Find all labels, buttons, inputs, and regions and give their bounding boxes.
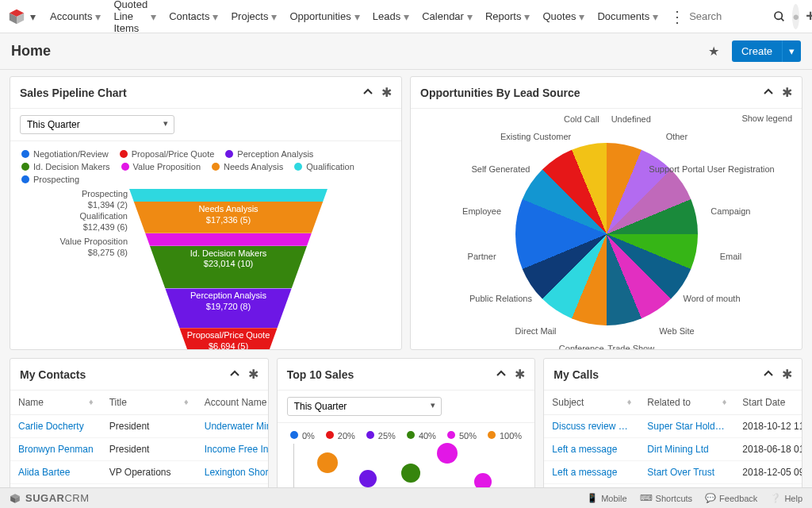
caret-down-icon: ▾ [524,10,530,23]
legend-item[interactable]: Value Proposition [121,162,201,171]
caret-down-icon: ▾ [653,10,658,23]
nav-item-label: Projects [231,10,268,22]
footer-brand: SUGARCRM [10,492,90,498]
table-row[interactable]: Discuss review processSuper Star Holding… [544,415,802,438]
search-icon[interactable] [767,4,792,29]
panel-settings-icon[interactable]: ✱ [782,85,792,100]
notifications-icon[interactable]: ● [792,4,799,29]
panel-title: My Contacts [20,368,221,381]
footer-link-help[interactable]: ❔Help [770,493,802,498]
legend-item[interactable]: Qualification [294,162,354,171]
funnel-segment[interactable]: Proposal/Price Quote$6,694 (5) [129,328,327,350]
nav-item-contacts[interactable]: Contacts▾ [163,0,224,33]
legend-item[interactable]: Needs Analysis [212,162,283,171]
nav-items: Accounts▾Quoted Line Items▾Contacts▾Proj… [44,0,665,33]
panel-settings-icon[interactable]: ✱ [782,367,792,382]
shortcuts-icon: ⌨ [640,493,653,498]
table-row[interactable]: Left a messageStart Over Trust2018-12-05… [544,461,802,484]
nav-item-reports[interactable]: Reports▾ [479,0,537,33]
call-related[interactable]: Super Star Holdings I... [639,415,734,438]
panel-title: Sales Pipeline Chart [20,87,354,99]
search-input[interactable] [689,7,760,25]
panel-settings-icon[interactable]: ✱ [381,85,392,100]
footer-link-shortcuts[interactable]: ⌨Shortcuts [640,493,692,498]
table-row[interactable]: Left a messageDirt Mining Ltd2018-06-18 … [544,438,802,461]
table-row[interactable]: Bronwyn PenmanPresidentIncome Free Inves… [10,438,269,461]
panel-my-calls: My Calls ✱ Subject♦Related to♦Start Date… [543,358,802,491]
call-subject[interactable]: Discuss review process [544,415,639,438]
nav-overflow-icon[interactable]: ⋮ [665,7,689,26]
table-header[interactable]: Title♦ [102,391,197,415]
table-header[interactable]: Subject♦ [544,391,639,415]
footer-link-feedback[interactable]: 💬Feedback [705,493,757,498]
panel-collapse-icon[interactable] [229,368,240,382]
legend-item[interactable]: Perception Analysis [225,149,313,159]
legend-item[interactable]: Proposal/Price Quote [120,149,215,159]
svg-line-4 [781,18,783,21]
legend-swatch-icon [21,175,29,183]
create-button[interactable]: Create [732,40,782,62]
table-row[interactable]: Alida BarteeVP OperationsLexington Shore… [10,461,269,484]
nav-item-label: Contacts [169,10,209,22]
funnel-segment[interactable]: Needs Analysis$17,336 (5) [129,202,327,233]
panel-collapse-icon[interactable] [763,86,774,100]
panel-collapse-icon[interactable] [496,368,507,382]
favorite-star-icon[interactable]: ★ [708,44,719,59]
caret-down-icon: ▾ [467,10,473,23]
contact-name[interactable]: Bronwyn Penman [10,438,102,461]
call-subject[interactable]: Left a message [544,438,639,461]
nav-item-quotes[interactable]: Quotes▾ [536,0,591,33]
brand-cube-icon [10,493,21,498]
nav-item-documents[interactable]: Documents▾ [591,0,665,33]
legend-item: 50% [447,431,477,441]
call-subject[interactable]: Left a message [544,461,639,484]
table-header[interactable]: Related to♦ [639,391,734,415]
contact-name[interactable]: Carlie Docherty [10,415,102,438]
legend-item: 0% [290,431,315,441]
call-related[interactable]: Start Over Trust [639,461,734,484]
nav-item-opportunities[interactable]: Opportunities▾ [283,0,366,33]
panel-settings-icon[interactable]: ✱ [248,367,259,382]
funnel-segment[interactable] [129,233,327,246]
legend-item[interactable]: Id. Decision Makers [21,162,110,171]
table-header[interactable]: Start Date♦ [734,391,802,415]
show-legend-link[interactable]: Show legend [741,114,792,123]
table-header[interactable]: Account Name♦ [197,391,269,415]
nav-item-calendar[interactable]: Calendar▾ [416,0,479,33]
quick-create-icon[interactable]: + [806,4,812,29]
bubble-point[interactable] [317,452,338,473]
nav-item-quoted-line-items[interactable]: Quoted Line Items▾ [107,0,163,33]
pipeline-period-select[interactable] [20,115,174,134]
panel-settings-icon[interactable]: ✱ [515,367,525,382]
call-related[interactable]: Dirt Mining Ltd [639,438,734,461]
table-header[interactable]: Name♦ [10,391,102,415]
funnel-segment[interactable]: Perception Analysis$19,720 (8) [129,288,327,328]
panel-collapse-icon[interactable] [763,368,774,382]
contact-account[interactable]: Underwater Mining Inc. [197,415,269,438]
legend-item[interactable]: Prospecting [21,175,79,184]
app-logo-icon[interactable] [8,8,25,25]
mobile-icon: 📱 [587,493,598,498]
funnel-segment[interactable] [129,189,327,202]
legend-swatch-icon [120,150,128,158]
top10-period-select[interactable] [287,397,442,416]
table-row[interactable]: Carlie DochertyPresidentUnderwater Minin… [10,415,269,438]
bubble-point[interactable] [437,443,458,464]
nav-item-leads[interactable]: Leads▾ [366,0,416,33]
contacts-table: Name♦Title♦Account Name♦ Carlie Docherty… [10,391,269,491]
legend-item[interactable]: Negotiation/Review [21,149,109,159]
footer-link-mobile[interactable]: 📱Mobile [587,493,626,498]
contact-account[interactable]: Lexington Shores Corp [197,461,269,484]
nav-item-projects[interactable]: Projects▾ [224,0,283,33]
nav-item-accounts[interactable]: Accounts▾ [44,0,107,33]
create-dropdown-icon[interactable]: ▾ [782,40,801,62]
bubble-point[interactable] [401,464,420,483]
bubble-point[interactable] [359,470,377,487]
panel-collapse-icon[interactable] [362,86,373,100]
app-menu-caret-icon[interactable]: ▾ [30,10,36,23]
funnel-segment[interactable]: Id. Decision Makers$23,014 (10) [129,246,327,289]
contact-account[interactable]: Income Free Investing ... [197,438,269,461]
caret-down-icon: ▾ [213,10,218,23]
funnel-callout: Value Proposition$8,275 (8) [10,237,128,259]
contact-name[interactable]: Alida Bartee [10,461,102,484]
